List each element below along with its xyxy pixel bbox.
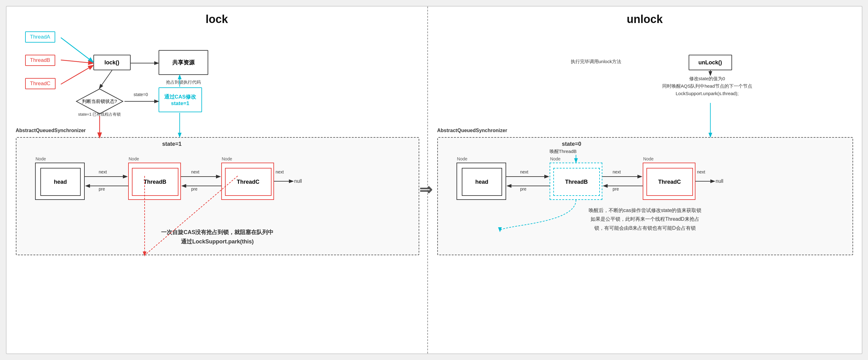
node-head-unlock-label: Node — [457, 156, 467, 161]
node-threadb-container: Node ThreadB — [128, 163, 181, 200]
node-threadc-label: Node — [222, 156, 232, 161]
node-head-inner: head — [40, 168, 81, 196]
unlock-title: unlock — [428, 6, 862, 26]
svg-text:next: next — [276, 169, 284, 174]
svg-text:next: next — [697, 169, 705, 174]
node-threadc-container: Node ThreadC — [221, 163, 274, 200]
state1-label: state=1 已有线程占有锁 — [75, 112, 124, 117]
svg-text:pre: pre — [613, 187, 619, 192]
lock-panel: lock ThreadA ThreadB ThreadC lock() 共享资源… — [6, 6, 428, 354]
node-threadc-unlock-label: Node — [643, 156, 654, 161]
shared-label: 抢占到锁执行代码 — [159, 80, 208, 85]
cas-box: 通过CAS修改state=1 — [159, 87, 202, 112]
aqs-container-unlock: state=0 唤醒ThreadB Node head Node ThreadB… — [437, 137, 853, 255]
svg-text:next: next — [191, 169, 199, 174]
svg-line-14 — [61, 65, 93, 84]
shared-resource-box: 共享资源 — [159, 50, 208, 75]
node-threadb-inner: ThreadB — [132, 168, 179, 196]
svg-text:next: next — [613, 169, 621, 174]
thread-b-box: ThreadB — [25, 55, 55, 66]
svg-text:pre: pre — [191, 187, 197, 192]
unlock-label: 执行完毕调用unlock方法 — [571, 59, 621, 65]
svg-text:pre: pre — [520, 187, 526, 192]
svg-line-12 — [61, 37, 93, 62]
node-head-unlock-container: Node head — [457, 163, 506, 200]
node-head-unlock-inner: head — [462, 168, 502, 196]
node-threadb-unlock-inner: ThreadB — [553, 168, 600, 196]
svg-text:next: next — [520, 169, 528, 174]
bottom-text-unlock: 唤醒后，不断的cas操作尝试修改state的值来获取锁 如果是公平锁，此时再来一… — [438, 206, 852, 233]
thread-c-box: ThreadC — [25, 78, 56, 89]
main-container: lock ThreadA ThreadB ThreadC lock() 共享资源… — [6, 6, 862, 354]
thread-a-box: ThreadA — [25, 31, 55, 43]
node-threadb-label: Node — [129, 156, 139, 161]
node-head-container: Node head — [35, 163, 85, 200]
bottom-text2-lock: 通过LockSupport.park(this) — [17, 238, 418, 245]
diamond-shape: 判断当前锁状态? — [75, 87, 124, 115]
svg-line-16 — [100, 70, 112, 88]
svg-text:null: null — [716, 178, 723, 184]
node-head-label: Node — [36, 156, 46, 161]
svg-line-13 — [61, 60, 93, 63]
svg-text:next: next — [99, 169, 107, 174]
transition-arrow: ⇒ — [419, 181, 432, 199]
bottom-text1-lock: 一次自旋CAS没有抢占到锁，就阻塞在队列中 — [17, 228, 418, 236]
unlock-function-box: unLock() — [689, 55, 732, 70]
aqs-state-unlock: state=0 — [562, 141, 582, 147]
lock-title: lock — [6, 6, 427, 26]
node-threadc-unlock-inner: ThreadC — [646, 168, 693, 196]
aqs-state-lock: state=1 — [162, 141, 182, 147]
unlock-panel: unlock unLock() 执行完毕调用unlock方法 修改state的值… — [428, 6, 862, 354]
node-threadb-unlock-label: Node — [550, 156, 560, 161]
aqs-container-lock: state=1 Node head Node ThreadB Node Thre… — [16, 137, 419, 255]
modify-text: 修改state的值为0 同时唤醒AQS队列中head节点的下一个节点 LockS… — [645, 75, 769, 97]
lock-function-box: lock() — [93, 55, 131, 70]
wakeup-label: 唤醒ThreadB — [550, 148, 577, 155]
svg-text:pre: pre — [99, 187, 105, 192]
node-threadc-unlock-container: Node ThreadC — [643, 163, 695, 200]
aqs-label-unlock: AbstractQueuedSynchronizer — [437, 128, 507, 133]
diamond-text: 判断当前锁状态? — [82, 99, 117, 105]
svg-text:null: null — [294, 178, 302, 184]
aqs-label-lock: AbstractQueuedSynchronizer — [16, 128, 86, 133]
state0-label: state=0 — [134, 92, 148, 97]
node-threadc-inner: ThreadC — [225, 168, 272, 196]
cas-text: 通过CAS修改state=1 — [164, 93, 196, 107]
node-threadb-unlock-container: Node ThreadB — [550, 163, 602, 200]
